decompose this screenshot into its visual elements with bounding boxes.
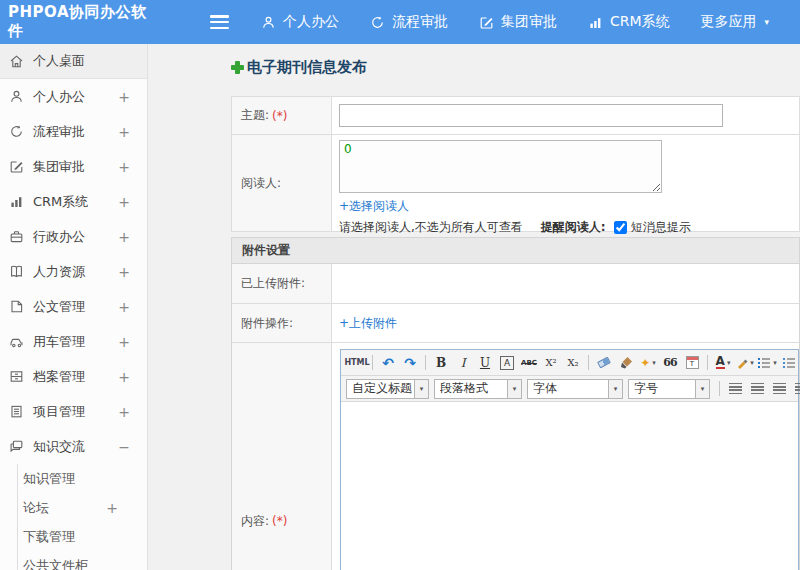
readers-textarea[interactable]: 0: [339, 140, 662, 193]
justify-icon: [795, 383, 800, 394]
expand-icon[interactable]: +: [118, 229, 130, 245]
nav-group-approval[interactable]: 集团审批: [479, 13, 557, 31]
font-family-dropdown[interactable]: 字体 ▾: [527, 379, 623, 399]
clipboard-icon: [9, 404, 24, 419]
bold-button[interactable]: B: [431, 353, 451, 373]
content-editor-cell: HTML ↶ ↷ B I U A ABC X² X₂: [332, 343, 799, 570]
redo-icon[interactable]: ↷: [400, 353, 420, 373]
sidebar-item-personal-office[interactable]: 个人办公 +: [0, 79, 147, 114]
required-mark: (*): [272, 514, 287, 528]
required-mark: (*): [272, 109, 287, 123]
select-readers-link[interactable]: +选择阅读人: [339, 199, 409, 213]
expand-icon[interactable]: +: [118, 334, 130, 350]
paragraph-format-dropdown[interactable]: 段落格式 ▾: [434, 379, 522, 399]
sidebar-item-label: 个人办公: [33, 88, 85, 106]
upload-attachment-link[interactable]: +上传附件: [339, 315, 397, 332]
chevron-down-icon: ▾: [750, 359, 754, 367]
font-size-dropdown[interactable]: 字号 ▾: [628, 379, 710, 399]
highlight-color-button[interactable]: ▾: [735, 353, 755, 373]
blockquote-button[interactable]: 66: [660, 353, 680, 373]
eraser-button[interactable]: [594, 353, 614, 373]
sidebar: 个人桌面 个人办公 + 流程审批 + 集团审批 + CRM系统 + 行政办公 +…: [0, 44, 148, 570]
format-painter-button[interactable]: [616, 353, 636, 373]
align-right-button[interactable]: [769, 379, 789, 399]
expand-icon[interactable]: +: [118, 194, 130, 210]
sidebar-subitem-forum[interactable]: 论坛 +: [18, 493, 147, 522]
editor-content-area[interactable]: [341, 402, 798, 570]
toolbar-separator: [719, 381, 720, 396]
sidebar-subitem-knowledge-management[interactable]: 知识管理: [18, 464, 147, 493]
nav-crm-system[interactable]: CRM系统: [588, 13, 670, 31]
subject-label: 主题: (*): [232, 97, 332, 134]
align-center-button[interactable]: [747, 379, 767, 399]
sidebar-item-knowledge-exchange[interactable]: 知识交流 −: [0, 429, 147, 464]
brush-icon: [620, 356, 633, 369]
expand-icon[interactable]: +: [118, 404, 130, 420]
sidebar-item-label: 知识交流: [33, 438, 85, 456]
sidebar-item-project-management[interactable]: 项目管理 +: [0, 394, 147, 429]
briefcase-icon: [9, 229, 24, 244]
menu-toggle-icon[interactable]: [210, 15, 229, 29]
chevron-down-icon: ▾: [507, 380, 521, 398]
strikethrough-button[interactable]: ABC: [519, 353, 539, 373]
subscript-button[interactable]: X₂: [563, 353, 583, 373]
justify-button[interactable]: [791, 379, 800, 399]
main-content: 电子期刊信息发布 主题: (*) 阅读人: 0 +选择阅读人 请选择阅读人,: [148, 44, 800, 570]
editor-toolbar-row-2: 自定义标题 ▾ 段落格式 ▾ 字体 ▾ 字号 ▾: [341, 376, 798, 402]
subject-input[interactable]: [339, 104, 723, 127]
expand-icon[interactable]: +: [118, 159, 130, 175]
home-icon: [9, 54, 24, 69]
font-style-button[interactable]: A: [500, 356, 514, 370]
font-color-button[interactable]: A ▾: [713, 353, 733, 373]
expand-icon[interactable]: +: [118, 369, 130, 385]
italic-button[interactable]: I: [453, 353, 473, 373]
sidebar-item-vehicle-management[interactable]: 用车管理 +: [0, 324, 147, 359]
sidebar-item-group-approval[interactable]: 集团审批 +: [0, 149, 147, 184]
sidebar-item-admin-office[interactable]: 行政办公 +: [0, 219, 147, 254]
nav-label: 更多应用: [700, 13, 756, 31]
expand-icon[interactable]: +: [118, 89, 130, 105]
sidebar-item-archive-management[interactable]: 档案管理 +: [0, 359, 147, 394]
ordered-list-button[interactable]: ▾: [757, 353, 777, 373]
sidebar-item-workflow-approval[interactable]: 流程审批 +: [0, 114, 147, 149]
sidebar-subitem-download-management[interactable]: 下载管理: [18, 522, 147, 551]
nav-workflow-approval[interactable]: 流程审批: [370, 13, 448, 31]
person-icon: [261, 15, 276, 30]
nav-more-apps[interactable]: 更多应用 ▾: [700, 13, 769, 31]
sidebar-item-label: 档案管理: [33, 368, 85, 386]
archive-icon: [9, 369, 24, 384]
html-source-button[interactable]: HTML: [347, 353, 367, 373]
sidebar-item-label: 集团审批: [33, 158, 85, 176]
sidebar-subitem-label: 下载管理: [23, 528, 75, 546]
app-title: PHPOA协同办公软件: [8, 3, 154, 41]
document-icon: [9, 299, 24, 314]
sidebar-subitem-label: 论坛: [23, 499, 49, 517]
superscript-button[interactable]: X²: [541, 353, 561, 373]
collapse-icon[interactable]: −: [118, 439, 130, 455]
unordered-list-button[interactable]: [779, 353, 799, 373]
expand-icon[interactable]: +: [118, 124, 130, 140]
undo-icon[interactable]: ↶: [378, 353, 398, 373]
sidebar-item-document-management[interactable]: 公文管理 +: [0, 289, 147, 324]
date-insert-button[interactable]: T: [682, 353, 702, 373]
underline-button[interactable]: U: [475, 353, 495, 373]
sidebar-item-human-resources[interactable]: 人力资源 +: [0, 254, 147, 289]
custom-title-dropdown[interactable]: 自定义标题 ▾: [346, 379, 429, 399]
cycle-icon: [370, 15, 385, 30]
sidebar-item-label: 流程审批: [33, 123, 85, 141]
sms-remind-label: 短消息提示: [631, 219, 691, 236]
sms-remind-checkbox[interactable]: [614, 221, 627, 234]
expand-icon[interactable]: +: [106, 500, 118, 516]
sidebar-subitem-public-file-cabinet[interactable]: 公共文件柜: [18, 551, 147, 570]
sidebar-item-label: CRM系统: [33, 193, 88, 211]
align-left-button[interactable]: [725, 379, 745, 399]
expand-icon[interactable]: +: [118, 299, 130, 315]
nav-personal-office[interactable]: 个人办公: [261, 13, 339, 31]
align-left-icon: [729, 383, 742, 394]
expand-icon[interactable]: +: [118, 264, 130, 280]
sidebar-subitem-label: 知识管理: [23, 470, 75, 488]
bar-chart-icon: [9, 194, 24, 209]
auto-typeset-button[interactable]: ✦ ▾: [638, 353, 658, 373]
sidebar-item-personal-desktop[interactable]: 个人桌面: [0, 44, 147, 79]
sidebar-item-crm-system[interactable]: CRM系统 +: [0, 184, 147, 219]
